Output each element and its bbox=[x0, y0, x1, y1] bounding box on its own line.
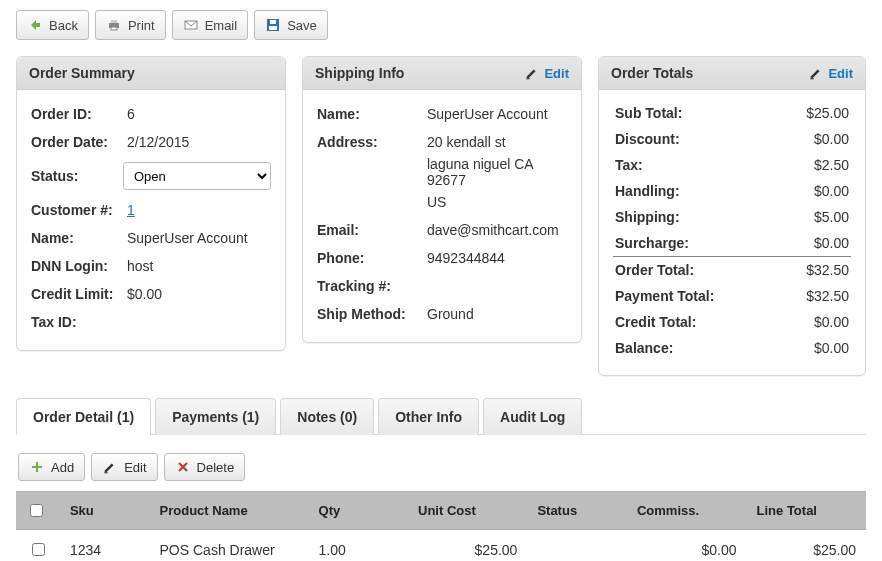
x-icon bbox=[175, 459, 191, 475]
ship-address-line1: 20 kendall st bbox=[427, 134, 567, 150]
order-detail-grid: Sku Product Name Qty Unit Cost Status Co… bbox=[16, 491, 866, 561]
dnn-login-label: DNN Login: bbox=[31, 258, 127, 274]
delete-button[interactable]: Delete bbox=[164, 453, 246, 481]
order-id-value: 6 bbox=[127, 106, 271, 122]
credit-limit-label: Credit Limit: bbox=[31, 286, 127, 302]
order-totals-title: Order Totals bbox=[611, 65, 693, 81]
svg-rect-11 bbox=[104, 472, 108, 473]
order-date-label: Order Date: bbox=[31, 134, 127, 150]
discount-value: $0.00 bbox=[787, 126, 851, 152]
print-button[interactable]: Print bbox=[95, 10, 166, 40]
add-button[interactable]: Add bbox=[18, 453, 85, 481]
back-arrow-icon bbox=[27, 17, 43, 33]
order-summary-title: Order Summary bbox=[29, 65, 135, 81]
tax-id-label: Tax ID: bbox=[31, 314, 127, 330]
svg-rect-5 bbox=[270, 20, 276, 24]
credit-total-label: Credit Total: bbox=[613, 309, 787, 335]
ship-email-value: dave@smithcart.com bbox=[427, 222, 567, 238]
header-sku: Sku bbox=[60, 492, 150, 530]
tax-id-value bbox=[127, 314, 271, 330]
order-summary-header: Order Summary bbox=[17, 57, 285, 90]
svg-rect-6 bbox=[269, 26, 277, 30]
cell-status bbox=[527, 530, 627, 562]
back-button-label: Back bbox=[49, 18, 78, 33]
tabs: Order Detail (1) Payments (1) Notes (0) … bbox=[16, 398, 866, 435]
credit-total-value: $0.00 bbox=[787, 309, 851, 335]
header-product-name: Product Name bbox=[150, 492, 309, 530]
row-select-checkbox[interactable] bbox=[32, 543, 45, 556]
ship-email-label: Email: bbox=[317, 222, 427, 238]
tab-notes[interactable]: Notes (0) bbox=[280, 398, 374, 435]
tracking-no-label: Tracking #: bbox=[317, 278, 427, 294]
credit-limit-value: $0.00 bbox=[127, 286, 271, 302]
ship-name-label: Name: bbox=[317, 106, 427, 122]
tab-audit-log[interactable]: Audit Log bbox=[483, 398, 582, 435]
delete-button-label: Delete bbox=[197, 460, 235, 475]
customer-no-link[interactable]: 1 bbox=[127, 202, 135, 218]
grid-action-bar: Add Edit Delete bbox=[18, 453, 864, 481]
discount-label: Discount: bbox=[613, 126, 787, 152]
shipping-edit-link[interactable]: Edit bbox=[524, 65, 569, 81]
floppy-disk-icon bbox=[265, 17, 281, 33]
shipping-info-header: Shipping Info Edit bbox=[303, 57, 581, 90]
payment-total-value: $32.50 bbox=[787, 283, 851, 309]
edit-button-label: Edit bbox=[124, 460, 146, 475]
header-select-cell bbox=[16, 492, 60, 530]
svg-rect-10 bbox=[32, 466, 42, 468]
balance-label: Balance: bbox=[613, 335, 787, 361]
tracking-no-value bbox=[427, 278, 567, 294]
ship-address-label: Address: bbox=[317, 134, 427, 210]
cell-line-total: $25.00 bbox=[747, 530, 866, 562]
cell-commiss: $0.00 bbox=[627, 530, 747, 562]
ship-method-value: Ground bbox=[427, 306, 567, 322]
tab-other-info[interactable]: Other Info bbox=[378, 398, 479, 435]
header-line-total: Line Total bbox=[747, 492, 866, 530]
svg-rect-8 bbox=[811, 78, 815, 79]
email-button[interactable]: Email bbox=[172, 10, 249, 40]
print-button-label: Print bbox=[128, 18, 155, 33]
header-status: Status bbox=[527, 492, 627, 530]
cards-row: Order Summary Order ID: 6 Order Date: 2/… bbox=[16, 56, 866, 376]
payment-total-label: Payment Total: bbox=[613, 283, 787, 309]
ship-method-label: Ship Method: bbox=[317, 306, 427, 322]
row-select-cell bbox=[16, 530, 60, 562]
ship-address-line2: laguna niguel CA 92677 bbox=[427, 150, 567, 188]
select-all-checkbox[interactable] bbox=[30, 504, 43, 517]
order-summary-card: Order Summary Order ID: 6 Order Date: 2/… bbox=[16, 56, 286, 351]
order-totals-header: Order Totals Edit bbox=[599, 57, 865, 90]
svg-rect-2 bbox=[111, 27, 117, 30]
order-total-value: $32.50 bbox=[787, 257, 851, 284]
balance-value: $0.00 bbox=[787, 335, 851, 361]
totals-edit-label: Edit bbox=[828, 66, 853, 81]
header-unit-cost: Unit Cost bbox=[408, 492, 527, 530]
customer-no-label: Customer #: bbox=[31, 202, 127, 218]
ship-name-value: SuperUser Account bbox=[427, 106, 567, 122]
header-commiss: Commiss. bbox=[627, 492, 747, 530]
add-button-label: Add bbox=[51, 460, 74, 475]
shipping-total-label: Shipping: bbox=[613, 204, 787, 230]
pencil-icon bbox=[524, 65, 540, 81]
order-id-label: Order ID: bbox=[31, 106, 127, 122]
toolbar: Back Print Email Save bbox=[16, 10, 866, 40]
envelope-icon bbox=[183, 17, 199, 33]
save-button[interactable]: Save bbox=[254, 10, 328, 40]
order-totals-card: Order Totals Edit Sub Total: $25.00 Disc… bbox=[598, 56, 866, 376]
handling-value: $0.00 bbox=[787, 178, 851, 204]
customer-name-value: SuperUser Account bbox=[127, 230, 271, 246]
shipping-info-card: Shipping Info Edit Name: SuperUser Accou… bbox=[302, 56, 582, 343]
email-button-label: Email bbox=[205, 18, 238, 33]
sub-total-label: Sub Total: bbox=[613, 100, 787, 126]
tab-payments[interactable]: Payments (1) bbox=[155, 398, 276, 435]
totals-edit-link[interactable]: Edit bbox=[808, 65, 853, 81]
order-total-label: Order Total: bbox=[613, 257, 787, 284]
ship-phone-value: 9492344844 bbox=[427, 250, 567, 266]
tab-order-detail[interactable]: Order Detail (1) bbox=[16, 398, 151, 435]
shipping-info-title: Shipping Info bbox=[315, 65, 404, 81]
table-row[interactable]: 1234 POS Cash Drawer 1.00 $25.00 $0.00 $… bbox=[16, 530, 866, 562]
cell-unit-cost: $25.00 bbox=[408, 530, 527, 562]
edit-button[interactable]: Edit bbox=[91, 453, 157, 481]
back-button[interactable]: Back bbox=[16, 10, 89, 40]
status-select[interactable]: Open bbox=[123, 162, 271, 190]
order-date-value: 2/12/2015 bbox=[127, 134, 271, 150]
status-label: Status: bbox=[31, 168, 123, 184]
